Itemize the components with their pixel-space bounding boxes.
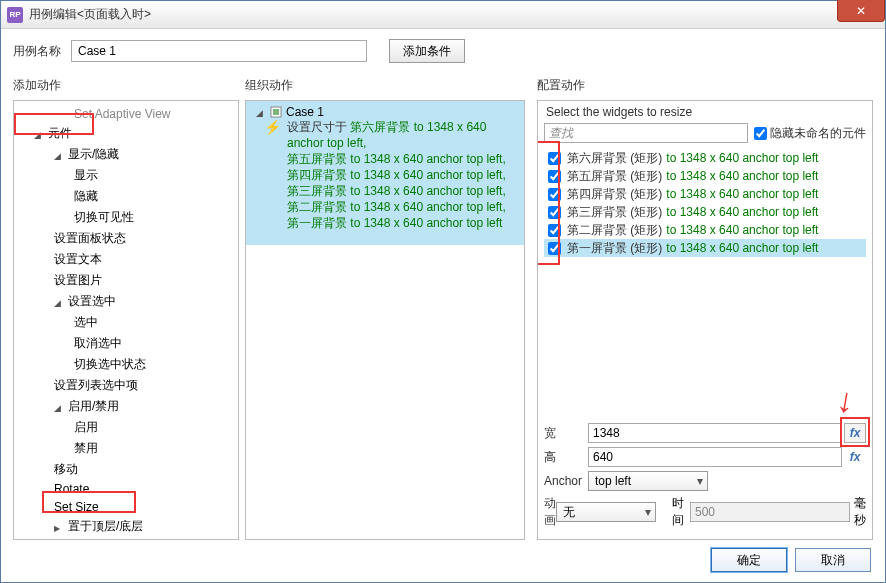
action-line[interactable]: 第四屏背景 to 1348 x 640 anchor top left, xyxy=(287,167,518,183)
organize-panel: Case 1 ⚡ 设置尺寸于 第六屏背景 to 1348 x 640 ancho… xyxy=(245,100,525,540)
fx-button-width[interactable]: fx xyxy=(844,423,866,443)
actions-tree-panel: Set Adaptive View 元件 显示/隐藏 显示 隐藏 切换可见性 设… xyxy=(13,100,239,540)
tree-item-widgets[interactable]: 元件 xyxy=(14,123,238,144)
widget-row[interactable]: 第一屏背景 (矩形)to 1348 x 640 anchor top left xyxy=(544,239,866,257)
tree-item-setsize[interactable]: Set Size xyxy=(14,498,238,516)
fx-button-height[interactable]: fx xyxy=(844,447,866,467)
case-name-input[interactable] xyxy=(71,40,367,62)
tree-item-togglevis[interactable]: 切换可见性 xyxy=(14,207,238,228)
tree-item-panelstate[interactable]: 设置面板状态 xyxy=(14,228,238,249)
tree-item-enabledisable[interactable]: 启用/禁用 xyxy=(14,396,238,417)
svg-rect-1 xyxy=(273,109,279,115)
widget-row[interactable]: 第五屏背景 (矩形)to 1348 x 640 anchor top left xyxy=(544,167,866,185)
ms-label: 毫秒 xyxy=(854,495,866,529)
col1-header: 添加动作 xyxy=(13,77,239,94)
tree-item-hide[interactable]: 隐藏 xyxy=(14,186,238,207)
col2-header: 组织动作 xyxy=(245,77,525,94)
window-title: 用例编辑<页面载入时> xyxy=(29,6,151,23)
tree-item-show[interactable]: 显示 xyxy=(14,165,238,186)
cfg-header: Select the widgets to resize xyxy=(538,101,872,121)
case-icon xyxy=(270,106,282,118)
widget-row[interactable]: 第三屏背景 (矩形)to 1348 x 640 anchor top left xyxy=(544,203,866,221)
tree-item-bringfront[interactable]: 置于顶层/底层 xyxy=(14,516,238,537)
time-label: 时间 xyxy=(672,495,684,529)
height-input[interactable] xyxy=(588,447,842,467)
width-label: 宽 xyxy=(544,425,588,442)
action-line[interactable]: 第五屏背景 to 1348 x 640 anchor top left, xyxy=(287,151,518,167)
tree-item[interactable]: Set Adaptive View xyxy=(14,105,238,123)
title-bar: RP 用例编辑<页面载入时> ✕ xyxy=(1,1,885,29)
col3-header: 配置动作 xyxy=(537,77,873,94)
anim-select[interactable]: 无 xyxy=(556,502,656,522)
anchor-select[interactable]: top left xyxy=(588,471,708,491)
widget-row[interactable]: 第四屏背景 (矩形)to 1348 x 640 anchor top left xyxy=(544,185,866,203)
tree-item-listsel[interactable]: 设置列表选中项 xyxy=(14,375,238,396)
action-line[interactable]: 第三屏背景 to 1348 x 640 anchor top left, xyxy=(287,183,518,199)
tree-item-setimage[interactable]: 设置图片 xyxy=(14,270,238,291)
tree-item-unsel[interactable]: 取消选中 xyxy=(14,333,238,354)
widget-row[interactable]: 第二屏背景 (矩形)to 1348 x 640 anchor top left xyxy=(544,221,866,239)
hide-unnamed-checkbox[interactable]: 隐藏未命名的元件 xyxy=(754,125,866,142)
case-name: Case 1 xyxy=(286,105,324,119)
tree-item-sel[interactable]: 选中 xyxy=(14,312,238,333)
tree-item-settext[interactable]: 设置文本 xyxy=(14,249,238,270)
time-input xyxy=(690,502,850,522)
case-name-label: 用例名称 xyxy=(13,43,61,60)
widget-row[interactable]: 第六屏背景 (矩形)to 1348 x 640 anchor top left xyxy=(544,149,866,167)
configure-panel: Select the widgets to resize 隐藏未命名的元件 第六… xyxy=(537,100,873,540)
tree-item-selgroup[interactable]: 设置选中 xyxy=(14,291,238,312)
arrow-annotation: ↓ xyxy=(834,380,858,421)
case-row[interactable]: Case 1 xyxy=(252,105,518,119)
tree-item-showhide[interactable]: 显示/隐藏 xyxy=(14,144,238,165)
anchor-label: Anchor xyxy=(544,474,588,488)
close-icon: ✕ xyxy=(856,4,866,18)
tree-item-rotate[interactable]: Rotate xyxy=(14,480,238,498)
action-line[interactable]: 第一屏背景 to 1348 x 640 anchor top left xyxy=(287,215,518,231)
add-condition-button[interactable]: 添加条件 xyxy=(389,39,465,63)
anim-label: 动画 xyxy=(544,495,556,529)
tree-item-enable[interactable]: 启用 xyxy=(14,417,238,438)
height-label: 高 xyxy=(544,449,588,466)
action-line[interactable]: 第二屏背景 to 1348 x 640 anchor top left, xyxy=(287,199,518,215)
width-input[interactable] xyxy=(588,423,842,443)
search-input[interactable] xyxy=(544,123,748,143)
tree-item-move[interactable]: 移动 xyxy=(14,459,238,480)
tree-item-togsel[interactable]: 切换选中状态 xyxy=(14,354,238,375)
cancel-button[interactable]: 取消 xyxy=(795,548,871,572)
tree-item-disable[interactable]: 禁用 xyxy=(14,438,238,459)
app-icon: RP xyxy=(7,7,23,23)
ok-button[interactable]: 确定 xyxy=(711,548,787,572)
close-button[interactable]: ✕ xyxy=(837,0,885,22)
bolt-icon: ⚡ xyxy=(264,119,281,231)
